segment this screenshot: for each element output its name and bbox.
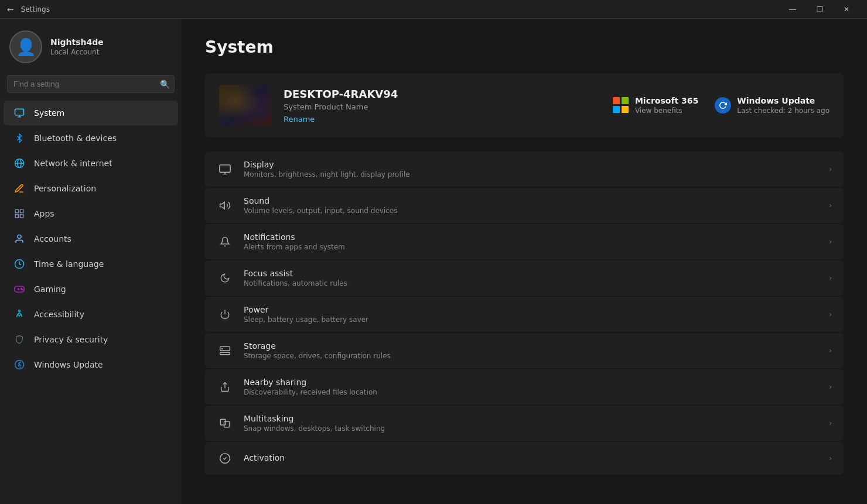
microsoft365-action[interactable]: Microsoft 365 View benefits bbox=[613, 96, 698, 115]
rename-link[interactable]: Rename bbox=[284, 115, 601, 124]
nearby-icon bbox=[217, 379, 233, 395]
power-desc: Sleep, battery usage, battery saver bbox=[244, 316, 818, 324]
multitasking-text: Multitasking Snap windows, desktops, tas… bbox=[244, 414, 818, 433]
sound-desc: Volume levels, output, input, sound devi… bbox=[244, 207, 818, 215]
svg-marker-20 bbox=[220, 202, 225, 209]
display-text: Display Monitors, brightness, night ligh… bbox=[244, 160, 818, 179]
device-product-name: System Product Name bbox=[284, 102, 601, 111]
notifications-text: Notifications Alerts from apps and syste… bbox=[244, 232, 818, 251]
sidebar-item-personalization[interactable]: Personalization bbox=[4, 176, 178, 201]
settings-item-activation[interactable]: Activation › bbox=[205, 442, 844, 475]
close-button[interactable]: ✕ bbox=[833, 0, 860, 19]
power-label: Power bbox=[244, 305, 818, 314]
sidebar-label-time: Time & language bbox=[34, 259, 104, 269]
notifications-icon bbox=[217, 234, 233, 250]
ms-yellow-square bbox=[622, 106, 629, 113]
device-actions: Microsoft 365 View benefits Windows Upda… bbox=[613, 96, 830, 115]
sidebar-label-accessibility: Accessibility bbox=[34, 310, 84, 319]
minimize-button[interactable]: — bbox=[779, 0, 806, 19]
svg-point-8 bbox=[18, 235, 21, 238]
avatar: 👤 bbox=[9, 30, 42, 63]
device-image-inner bbox=[219, 85, 272, 126]
sidebar-item-time[interactable]: Time & language bbox=[4, 252, 178, 276]
power-icon bbox=[217, 306, 233, 323]
sidebar-item-accessibility[interactable]: Accessibility bbox=[4, 302, 178, 327]
storage-desc: Storage space, drives, configuration rul… bbox=[244, 352, 818, 360]
windows-update-icon bbox=[715, 97, 731, 114]
ms-blue-square bbox=[613, 106, 620, 113]
activation-text: Activation bbox=[244, 453, 818, 464]
sidebar-item-privacy[interactable]: Privacy & security bbox=[4, 327, 178, 352]
app-body: 👤 Nightsh4de Local Account 🔍 System bbox=[0, 19, 867, 504]
sidebar-item-update[interactable]: Windows Update bbox=[4, 352, 178, 377]
sidebar-item-apps[interactable]: Apps bbox=[4, 201, 178, 226]
multitasking-label: Multitasking bbox=[244, 414, 818, 423]
windows-update-action[interactable]: Windows Update Last checked: 2 hours ago bbox=[715, 96, 830, 115]
sidebar-item-network[interactable]: Network & internet bbox=[4, 151, 178, 176]
device-image bbox=[219, 85, 272, 126]
settings-item-display[interactable]: Display Monitors, brightness, night ligh… bbox=[205, 152, 844, 187]
user-info: Nightsh4de Local Account bbox=[50, 37, 104, 56]
nearby-chevron: › bbox=[829, 383, 832, 391]
window-title: Settings bbox=[21, 5, 50, 13]
search-input[interactable] bbox=[7, 75, 175, 93]
microsoft365-text: Microsoft 365 View benefits bbox=[635, 96, 698, 115]
device-name: DESKTOP-4RAKV94 bbox=[284, 88, 601, 100]
settings-item-power[interactable]: Power Sleep, battery usage, battery save… bbox=[205, 297, 844, 332]
svg-rect-26 bbox=[221, 419, 226, 425]
device-info: DESKTOP-4RAKV94 System Product Name Rena… bbox=[284, 88, 601, 124]
display-desc: Monitors, brightness, night light, displ… bbox=[244, 170, 818, 179]
svg-rect-6 bbox=[15, 215, 18, 218]
settings-item-notifications[interactable]: Notifications Alerts from apps and syste… bbox=[205, 224, 844, 259]
windows-update-label: Windows Update bbox=[737, 96, 830, 105]
notifications-desc: Alerts from apps and system bbox=[244, 243, 818, 251]
multitasking-desc: Snap windows, desktops, task switching bbox=[244, 424, 818, 433]
bluetooth-icon bbox=[13, 132, 26, 145]
focus-desc: Notifications, automatic rules bbox=[244, 279, 818, 287]
svg-rect-23 bbox=[220, 352, 230, 354]
apps-icon bbox=[13, 207, 26, 220]
svg-rect-4 bbox=[15, 210, 18, 212]
settings-item-nearby[interactable]: Nearby sharing Discoverability, received… bbox=[205, 369, 844, 404]
sidebar-item-bluetooth[interactable]: Bluetooth & devices bbox=[4, 126, 178, 150]
update-icon bbox=[13, 358, 26, 371]
sidebar-item-system[interactable]: System bbox=[4, 101, 178, 125]
user-section[interactable]: 👤 Nightsh4de Local Account bbox=[0, 19, 182, 73]
multitasking-icon bbox=[217, 415, 233, 431]
ms-green-square bbox=[622, 97, 629, 104]
settings-item-sound[interactable]: Sound Volume levels, output, input, soun… bbox=[205, 188, 844, 223]
sound-icon bbox=[217, 197, 233, 214]
microsoft365-label: Microsoft 365 bbox=[635, 96, 698, 105]
search-box[interactable]: 🔍 bbox=[7, 75, 175, 93]
storage-chevron: › bbox=[829, 347, 832, 355]
svg-point-14 bbox=[22, 289, 23, 290]
svg-rect-7 bbox=[21, 215, 23, 218]
settings-item-multitasking[interactable]: Multitasking Snap windows, desktops, tas… bbox=[205, 406, 844, 441]
system-icon bbox=[13, 107, 26, 119]
back-button[interactable]: ← bbox=[7, 5, 14, 14]
sidebar-label-network: Network & internet bbox=[34, 159, 112, 168]
sidebar-item-gaming[interactable]: Gaming bbox=[4, 277, 178, 301]
storage-text: Storage Storage space, drives, configura… bbox=[244, 341, 818, 360]
activation-icon bbox=[217, 450, 233, 467]
svg-rect-17 bbox=[220, 165, 230, 173]
display-label: Display bbox=[244, 160, 818, 169]
notifications-chevron: › bbox=[829, 238, 832, 246]
network-icon bbox=[13, 157, 26, 170]
avatar-icon: 👤 bbox=[16, 37, 36, 57]
settings-list: Display Monitors, brightness, night ligh… bbox=[205, 152, 844, 475]
sidebar-label-update: Windows Update bbox=[34, 360, 103, 369]
power-text: Power Sleep, battery usage, battery save… bbox=[244, 305, 818, 324]
main-content: System DESKTOP-4RAKV94 System Product Na… bbox=[182, 19, 867, 504]
title-bar: ← Settings — ❐ ✕ bbox=[0, 0, 867, 19]
maximize-button[interactable]: ❐ bbox=[806, 0, 833, 19]
sound-chevron: › bbox=[829, 201, 832, 210]
sound-label: Sound bbox=[244, 196, 818, 205]
user-name: Nightsh4de bbox=[50, 37, 104, 47]
sidebar-nav: System Bluetooth & devices Network & int… bbox=[0, 100, 182, 378]
sidebar-item-accounts[interactable]: Accounts bbox=[4, 227, 178, 251]
device-card: DESKTOP-4RAKV94 System Product Name Rena… bbox=[205, 73, 844, 138]
accessibility-icon bbox=[13, 308, 26, 321]
settings-item-storage[interactable]: Storage Storage space, drives, configura… bbox=[205, 333, 844, 368]
settings-item-focus[interactable]: Focus assist Notifications, automatic ru… bbox=[205, 260, 844, 296]
